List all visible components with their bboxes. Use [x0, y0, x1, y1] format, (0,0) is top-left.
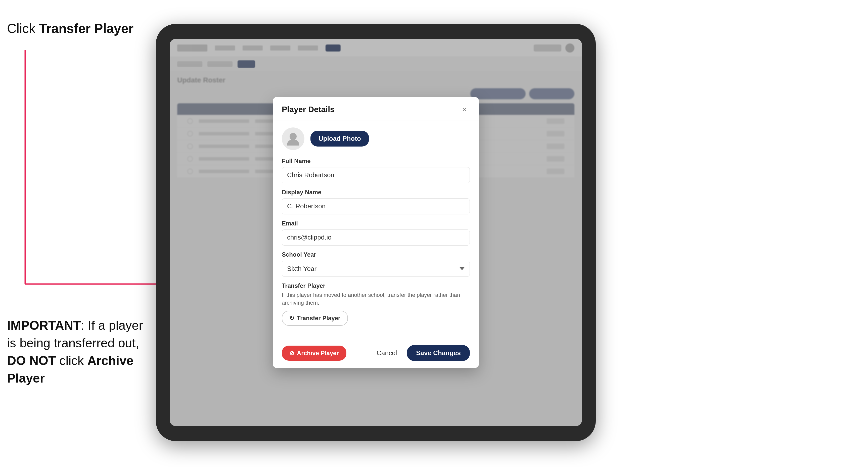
instruction-highlight: Transfer Player	[39, 21, 133, 36]
save-changes-button[interactable]: Save Changes	[407, 345, 470, 361]
modal-title: Player Details	[282, 105, 335, 114]
instruction-prefix: Click	[7, 21, 39, 36]
display-name-field: Display Name	[282, 189, 470, 214]
transfer-section: Transfer Player If this player has moved…	[282, 282, 470, 326]
school-year-field: School Year First Year Second Year Third…	[282, 251, 470, 277]
school-year-label: School Year	[282, 251, 470, 258]
transfer-section-title: Transfer Player	[282, 282, 470, 289]
modal-body: Upload Photo Full Name Display Name	[273, 120, 479, 340]
email-label: Email	[282, 220, 470, 227]
tablet-screen: Update Roster Player Details ×	[170, 39, 582, 426]
modal-header: Player Details ×	[273, 97, 479, 120]
full-name-field: Full Name	[282, 158, 470, 183]
email-input[interactable]	[282, 229, 470, 246]
archive-icon: ⊘	[289, 350, 294, 357]
upload-photo-button[interactable]: Upload Photo	[310, 131, 369, 147]
avatar-section: Upload Photo	[282, 127, 470, 150]
avatar-icon	[287, 132, 300, 146]
modal-footer: ⊘ Archive Player Cancel Save Changes	[273, 340, 479, 368]
modal-overlay: Player Details × Upload Photo	[170, 39, 582, 426]
full-name-label: Full Name	[282, 158, 470, 165]
display-name-label: Display Name	[282, 189, 470, 196]
email-field: Email	[282, 220, 470, 246]
svg-point-3	[289, 133, 297, 140]
transfer-player-button[interactable]: ↻ Transfer Player	[282, 311, 348, 326]
tablet-device: Update Roster Player Details ×	[156, 24, 596, 441]
instruction-text-2: click	[56, 354, 87, 368]
player-details-modal: Player Details × Upload Photo	[273, 97, 479, 368]
archive-btn-label: Archive Player	[297, 350, 339, 357]
avatar-circle	[282, 127, 304, 150]
transfer-section-description: If this player has moved to another scho…	[282, 291, 470, 307]
school-year-select[interactable]: First Year Second Year Third Year Fourth…	[282, 261, 470, 277]
instruction-bottom: IMPORTANT: If a player is being transfer…	[7, 317, 148, 387]
important-label: IMPORTANT	[7, 318, 81, 333]
transfer-player-icon: ↻	[289, 315, 294, 322]
cancel-button[interactable]: Cancel	[372, 346, 402, 361]
archive-player-button[interactable]: ⊘ Archive Player	[282, 346, 346, 361]
display-name-input[interactable]	[282, 198, 470, 214]
modal-close-button[interactable]: ×	[459, 104, 470, 115]
transfer-player-btn-label: Transfer Player	[297, 315, 340, 322]
do-not-label: DO NOT	[7, 354, 56, 368]
instruction-top: Click Transfer Player	[7, 20, 133, 37]
full-name-input[interactable]	[282, 167, 470, 183]
